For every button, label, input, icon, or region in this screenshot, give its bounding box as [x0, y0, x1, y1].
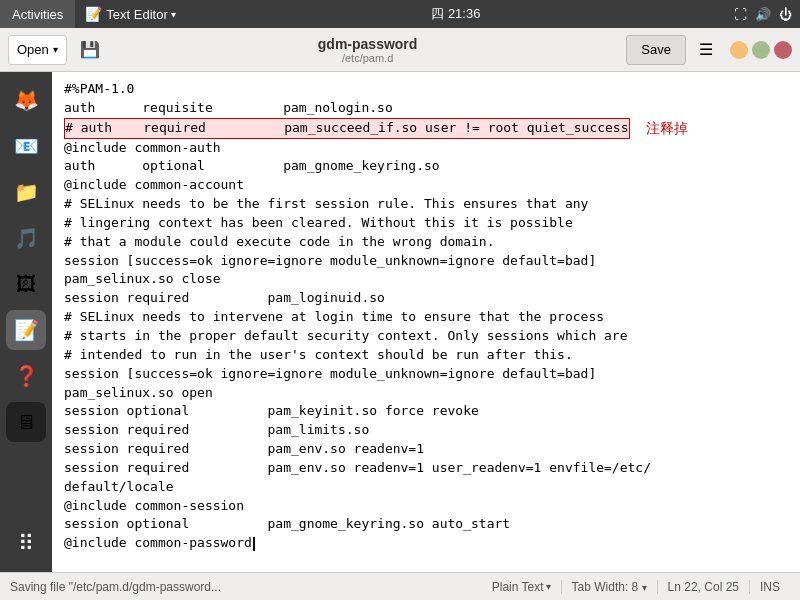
editor-line-8: # lingering context has been cleared. Wi…: [64, 214, 788, 233]
open-chevron-icon: ▾: [53, 44, 58, 55]
file-title-subtitle: /etc/pam.d: [113, 52, 623, 64]
editor-line-25: @include common-password: [64, 534, 788, 553]
save-as-icon: 💾: [80, 40, 100, 59]
status-filetype-label: Plain Text: [492, 580, 544, 594]
editor-line-20: session required pam_env.so readenv=1: [64, 440, 788, 459]
status-saving-text: Saving file "/etc/pam.d/gdm-password...: [10, 580, 482, 594]
editor-line-6: @include common-account: [64, 176, 788, 195]
editor-line-15: # intended to run in the user's context …: [64, 346, 788, 365]
close-button[interactable]: [774, 41, 792, 59]
minimize-button[interactable]: [730, 41, 748, 59]
sidebar-icon-music[interactable]: 🎵: [6, 218, 46, 258]
sidebar-icon-terminal[interactable]: 🖥: [6, 402, 46, 442]
save-as-button[interactable]: 💾: [71, 35, 109, 65]
editor-line-5: auth optional pam_gnome_keyring.so: [64, 157, 788, 176]
menu-button[interactable]: ☰: [690, 35, 722, 65]
status-filetype-button[interactable]: Plain Text ▾: [482, 580, 562, 594]
editor-line-16: session [success=ok ignore=ignore module…: [64, 365, 788, 384]
status-tabwidth-label: Tab Width: 8: [572, 580, 639, 594]
editor-line-18: session optional pam_keyinit.so force re…: [64, 402, 788, 421]
main-area: 🦊 📧 📁 🎵 🖼 📝 ❓ 🖥 ⠿ #%PAM-1.0 auth requisi…: [0, 72, 800, 572]
sidebar-icon-email[interactable]: 📧: [6, 126, 46, 166]
activities-button[interactable]: Activities: [0, 0, 75, 28]
editor-line-19: session required pam_limits.so: [64, 421, 788, 440]
editor-line-23: @include common-session: [64, 497, 788, 516]
sidebar-icon-files[interactable]: 📁: [6, 172, 46, 212]
app-menu-label: Text Editor: [106, 7, 167, 22]
sidebar: 🦊 📧 📁 🎵 🖼 📝 ❓ 🖥 ⠿: [0, 72, 52, 572]
sidebar-icon-texteditor[interactable]: 📝: [6, 310, 46, 350]
editor-area[interactable]: #%PAM-1.0 auth requisite pam_nologin.so …: [52, 72, 800, 572]
power-icon[interactable]: ⏻: [779, 7, 792, 22]
sidebar-icon-help[interactable]: ❓: [6, 356, 46, 396]
sidebar-icon-firefox[interactable]: 🦊: [6, 80, 46, 120]
editor-line-22: default/locale: [64, 478, 788, 497]
sound-icon[interactable]: 🔊: [755, 7, 771, 22]
sidebar-icon-photos[interactable]: 🖼: [6, 264, 46, 304]
editor-line-14: # starts in the proper default security …: [64, 327, 788, 346]
editor-line-9: # that a module could execute code in th…: [64, 233, 788, 252]
editor-line-3-highlighted: # auth required pam_succeed_if.so user !…: [64, 118, 630, 139]
activities-label: Activities: [12, 7, 63, 22]
app-menu-button[interactable]: 📝 Text Editor ▾: [75, 0, 185, 28]
editor-line-2: auth requisite pam_nologin.so: [64, 99, 788, 118]
editor-line-21: session required pam_env.so readenv=1 us…: [64, 459, 788, 478]
file-title-area: gdm-password /etc/pam.d: [113, 36, 623, 64]
maximize-button[interactable]: [752, 41, 770, 59]
sidebar-icon-apps[interactable]: ⠿: [6, 524, 46, 564]
filetype-chevron-icon: ▾: [546, 581, 551, 592]
toolbar: Open ▾ 💾 gdm-password /etc/pam.d Save ☰: [0, 28, 800, 72]
status-tabwidth-button[interactable]: Tab Width: 8 ▾: [562, 580, 658, 594]
annotation-comment: 注释掉: [646, 118, 688, 138]
save-button[interactable]: Save: [626, 35, 686, 65]
file-title-main: gdm-password: [113, 36, 623, 52]
status-bar: Saving file "/etc/pam.d/gdm-password... …: [0, 572, 800, 600]
app-menu-chevron-icon: ▾: [171, 9, 176, 20]
network-icon[interactable]: ⛶: [734, 7, 747, 22]
open-label: Open: [17, 42, 49, 57]
editor-line-10: session [success=ok ignore=ignore module…: [64, 252, 788, 271]
window-controls: [730, 41, 792, 59]
open-button[interactable]: Open ▾: [8, 35, 67, 65]
status-ins-mode: INS: [750, 580, 790, 594]
clock: 四 21:36: [186, 5, 726, 23]
editor-line-12: session required pam_loginuid.so: [64, 289, 788, 308]
system-tray: ⛶ 🔊 ⏻: [726, 7, 800, 22]
text-editor-icon: 📝: [85, 6, 102, 22]
top-bar: Activities 📝 Text Editor ▾ 四 21:36 ⛶ 🔊 ⏻: [0, 0, 800, 28]
editor-line-11: pam_selinux.so close: [64, 270, 788, 289]
editor-line-24: session optional pam_gnome_keyring.so au…: [64, 515, 788, 534]
status-position: Ln 22, Col 25: [658, 580, 750, 594]
editor-line-17: pam_selinux.so open: [64, 384, 788, 403]
editor-line-4: @include common-auth: [64, 139, 788, 158]
editor-line-1: #%PAM-1.0: [64, 80, 788, 99]
editor-line-7: # SELinux needs to be the first session …: [64, 195, 788, 214]
editor-line-13: # SELinux needs to intervene at login ti…: [64, 308, 788, 327]
tabwidth-chevron-icon: ▾: [642, 582, 647, 593]
